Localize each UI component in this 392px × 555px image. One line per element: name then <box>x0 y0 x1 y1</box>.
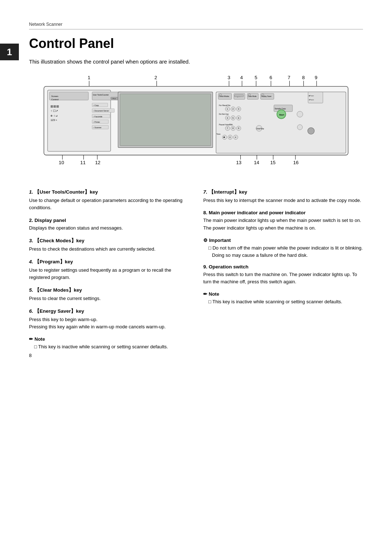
section-8-title: 8. Main power indicator and power indica… <box>203 210 363 215</box>
label-6: 6 <box>269 75 272 80</box>
section-5: 5. 【Clear Modes】key Press to clear the c… <box>29 287 189 302</box>
note-right-item-1: This key is inactive while scanning or s… <box>207 298 363 305</box>
svg-text:For Recall No.: For Recall No. <box>219 104 231 106</box>
svg-text:Pause/ Auto/Bklt: Pause/ Auto/Bklt <box>219 123 233 126</box>
page-title: Control Panel <box>29 36 363 51</box>
section-5-body: Press to clear the current settings. <box>29 295 189 302</box>
svg-text:○ Printer: ○ Printer <box>93 121 100 123</box>
section-3: 3. 【Check Modes】key Press to check the d… <box>29 238 189 253</box>
important-box: Important Do not turn off the main power… <box>203 238 363 259</box>
section-6-title: 6. 【Energy Saver】key <box>29 308 189 315</box>
svg-text:○ Facsimile: ○ Facsimile <box>93 116 102 118</box>
pencil-icon-left <box>29 336 33 342</box>
svg-text:Do Not Use: Do Not Use <box>219 113 229 115</box>
section-1: 1. 【User Tools/Counter】key Use to change… <box>29 189 189 211</box>
diagram-svg: 1 2 3 4 5 6 7 8 9 Screen <box>29 73 363 177</box>
svg-text:4: 4 <box>227 117 228 119</box>
label-16: 16 <box>293 160 299 165</box>
label-12: 12 <box>95 160 101 165</box>
section-4-body: Use to register settings used frequently… <box>29 267 189 281</box>
svg-text:⊕ ☆⊿: ⊕ ☆⊿ <box>50 114 58 117</box>
svg-text:✱: ✱ <box>223 136 225 138</box>
pencil-icon-right <box>203 291 207 297</box>
svg-text:9: 9 <box>238 127 240 129</box>
svg-text:Clear/Stop: Clear/Stop <box>256 128 264 130</box>
svg-text:8: 8 <box>232 127 234 129</box>
label-9: 9 <box>315 75 317 80</box>
svg-text:7: 7 <box>227 127 228 129</box>
section-7-body: Press this key to interrupt the scanner … <box>203 197 363 204</box>
label-3: 3 <box>228 75 230 80</box>
section-9-title: 9. Operation switch <box>203 264 363 270</box>
section-3-title: 3. 【Check Modes】key <box>29 238 189 244</box>
svg-text:User Tools/Counter: User Tools/Counter <box>93 94 109 96</box>
svg-text:↑ ☐↗: ↑ ☐↗ <box>50 109 58 113</box>
left-column: 1. 【User Tools/Counter】key Use to change… <box>29 189 189 351</box>
right-column: 7. 【Interrupt】key Press this key to inte… <box>203 189 363 351</box>
svg-text:#: # <box>235 136 236 138</box>
important-icon <box>203 238 208 243</box>
svg-text:Sample Copy: Sample Copy <box>275 108 286 110</box>
svg-rect-34 <box>216 92 346 153</box>
svg-text:3: 3 <box>238 108 240 110</box>
label-5: 5 <box>255 75 257 80</box>
note-right: Note This key is inactive while scanning… <box>203 291 363 305</box>
svg-rect-40 <box>234 94 244 97</box>
control-panel-diagram: 1 2 3 4 5 6 7 8 9 Screen <box>29 73 363 179</box>
svg-text:1: 1 <box>227 108 228 110</box>
section-8: 8. Main power indicator and power indica… <box>203 210 363 231</box>
note-left-item-1: This key is inactive while scanning or s… <box>33 343 189 351</box>
svg-text:Tone: Tone <box>216 133 220 135</box>
label-2: 2 <box>155 75 157 80</box>
section-1-title: 1. 【User Tools/Counter】key <box>29 189 189 195</box>
svg-text:⊞⊞⊞: ⊞⊞⊞ <box>50 105 59 108</box>
label-11: 11 <box>80 160 86 165</box>
label-10: 10 <box>59 160 64 165</box>
label-8: 8 <box>302 75 305 80</box>
svg-text:○ Copy: ○ Copy <box>93 104 99 106</box>
svg-text:○ Scanner: ○ Scanner <box>93 126 102 129</box>
section-7: 7. 【Interrupt】key Press this key to inte… <box>203 189 363 204</box>
svg-text:○ Print: ○ Print <box>111 98 116 100</box>
section-2-body: Displays the operation status and messag… <box>29 224 189 232</box>
svg-text:Screen: Screen <box>51 95 58 97</box>
section-9-body: Press this switch to turn the machine on… <box>203 271 363 285</box>
breadcrumb-divider <box>29 29 363 29</box>
svg-text:Start: Start <box>279 113 284 116</box>
section-2-title: 2. Display panel <box>29 218 189 223</box>
section-4: 4. 【Program】key Use to register settings… <box>29 259 189 281</box>
important-title: Important <box>203 238 363 243</box>
content-columns: 1. 【User Tools/Counter】key Use to change… <box>29 189 363 351</box>
label-13: 13 <box>236 160 241 165</box>
label-15: 15 <box>270 160 275 165</box>
label-1: 1 <box>88 75 90 80</box>
section-1-body: Use to change default or operation param… <box>29 197 189 211</box>
section-6-body: Press this key to begin warm-up. Pressin… <box>29 316 189 331</box>
svg-text:5: 5 <box>232 117 234 119</box>
svg-text:6: 6 <box>238 117 240 119</box>
svg-point-68 <box>297 111 303 117</box>
section-5-title: 5. 【Clear Modes】key <box>29 287 189 293</box>
svg-text:123 ≈: 123 ≈ <box>50 119 57 122</box>
label-4: 4 <box>240 75 243 80</box>
important-item-1: Do not turn off the main power while the… <box>207 244 363 259</box>
intro-text: This illustration shows the control pane… <box>29 58 363 65</box>
chapter-marker: 1 <box>0 44 19 60</box>
breadcrumb: Network Scanner <box>29 22 363 27</box>
page-number: 8 <box>29 353 32 358</box>
label-7: 7 <box>287 75 290 80</box>
svg-point-85 <box>308 127 314 134</box>
section-7-title: 7. 【Interrupt】key <box>203 189 363 195</box>
note-right-title: Note <box>203 291 363 297</box>
svg-rect-33 <box>120 94 211 146</box>
section-9: 9. Operation switch Press this switch to… <box>203 264 363 285</box>
svg-text:2: 2 <box>232 108 234 110</box>
note-left-title: Note <box>29 336 189 342</box>
chapter-number: 1 <box>7 46 12 58</box>
page: 1 Network Scanner Control Panel This ill… <box>0 0 392 373</box>
svg-text:Control: Control <box>51 98 58 101</box>
section-3-body: Press to check the destinations which ar… <box>29 246 189 253</box>
section-2: 2. Display panel Displays the operation … <box>29 218 189 232</box>
svg-point-86 <box>297 125 302 130</box>
section-8-body: The main power indicator lights up when … <box>203 217 363 231</box>
